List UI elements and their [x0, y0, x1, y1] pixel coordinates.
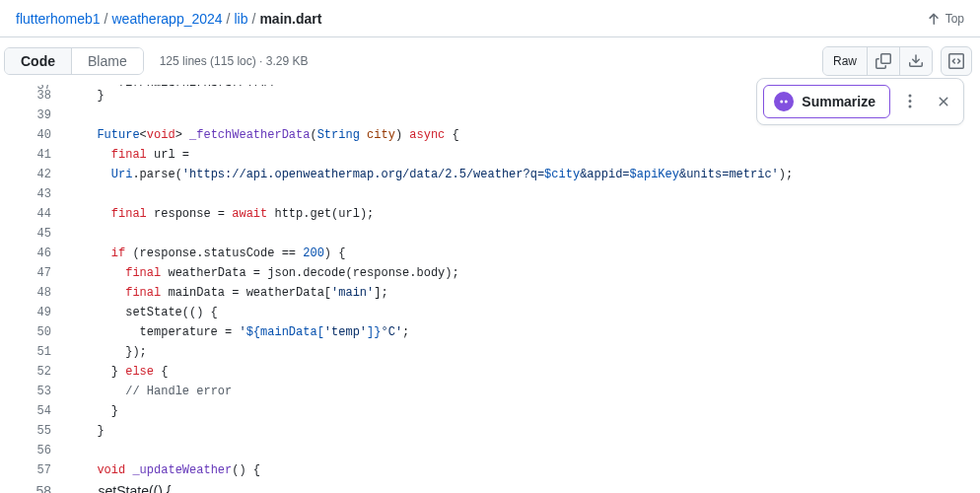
line-number[interactable]: 45	[0, 224, 67, 244]
code-blame-segment: Code Blame	[4, 47, 144, 75]
line-number[interactable]: 40	[0, 125, 67, 145]
line-number[interactable]: 52	[0, 362, 67, 382]
line-number[interactable]: 46	[0, 244, 67, 263]
code-line[interactable]: // Handle error	[67, 382, 232, 401]
line-number[interactable]: 42	[0, 165, 67, 184]
summarize-label: Summarize	[802, 94, 875, 109]
copy-icon	[875, 53, 891, 69]
kebab-icon	[902, 94, 918, 109]
code-tab[interactable]: Code	[5, 48, 71, 74]
breadcrumb: flutterhomeb1 / weatherapp_2024 / lib / …	[16, 11, 321, 27]
line-number[interactable]: 41	[0, 145, 67, 165]
arrow-up-icon	[926, 11, 942, 27]
scroll-top-link[interactable]: Top	[926, 11, 964, 27]
code-line[interactable]: });	[67, 342, 147, 362]
symbols-panel-button[interactable]	[941, 46, 972, 76]
breadcrumb-repo[interactable]: weatherapp_2024	[112, 11, 223, 27]
copilot-icon	[774, 92, 794, 111]
line-number[interactable]: 55	[0, 421, 67, 441]
line-number[interactable]: 54	[0, 401, 67, 421]
line-number[interactable]: 43	[0, 184, 67, 204]
breadcrumb-folder[interactable]: lib	[235, 11, 248, 27]
code-row: 50 temperature = '${mainData['temp']}°C'…	[0, 322, 980, 342]
close-summarize-button[interactable]	[930, 88, 957, 115]
code-line[interactable]: Uri.parse('https://api.openweathermap.or…	[67, 165, 793, 184]
breadcrumb-file: main.dart	[259, 11, 321, 27]
code-line[interactable]: if (response.statusCode == 200) {	[67, 244, 345, 263]
code-line[interactable]: }	[67, 421, 105, 441]
code-row: 45	[0, 224, 980, 244]
code-line[interactable]	[67, 184, 83, 204]
line-number[interactable]: 48	[0, 283, 67, 303]
code-line[interactable]: Future<void> _fetchWeatherData(String ci…	[67, 125, 459, 145]
code-row: 56	[0, 441, 980, 460]
code-row: 55 }	[0, 421, 980, 441]
line-number[interactable]: 50	[0, 322, 67, 342]
download-icon	[908, 53, 924, 69]
breadcrumb-separator: /	[105, 11, 108, 27]
code-line[interactable]: final url =	[67, 145, 189, 165]
breadcrumb-separator: /	[252, 11, 256, 27]
download-button[interactable]	[899, 47, 932, 75]
blame-tab[interactable]: Blame	[71, 48, 143, 74]
svg-point-0	[781, 101, 784, 104]
more-options-button[interactable]	[896, 88, 924, 115]
code-view[interactable]: 37 _fetchWeatherData(city); 38 }3940 Fut…	[0, 85, 980, 480]
code-line[interactable]: void _updateWeather() {	[67, 460, 260, 480]
code-line[interactable]	[67, 224, 83, 244]
code-row: 48 final mainData = weatherData['main'];	[0, 283, 980, 303]
code-line[interactable]: final response = await http.get(url);	[67, 204, 374, 224]
line-number[interactable]: 38	[0, 86, 67, 106]
copy-button[interactable]	[868, 47, 899, 75]
code-row: 40 Future<void> _fetchWeatherData(String…	[0, 125, 980, 145]
line-number[interactable]: 49	[0, 303, 67, 322]
breadcrumb-bar: flutterhomeb1 / weatherapp_2024 / lib / …	[0, 0, 980, 37]
code-line[interactable]: setState(() {	[67, 303, 218, 322]
code-line[interactable]	[67, 106, 83, 125]
close-icon	[936, 94, 951, 109]
code-row: 57 void _updateWeather() {	[0, 460, 980, 480]
code-row: 51 });	[0, 342, 980, 362]
line-number[interactable]: 57	[0, 460, 67, 480]
code-line[interactable]: }	[67, 401, 118, 421]
code-bottom-truncate: 58 setState(() {	[0, 483, 980, 493]
svg-point-1	[785, 101, 788, 104]
code-line: _fetchWeatherData(city);	[67, 85, 282, 86]
breadcrumb-root[interactable]: flutterhomeb1	[16, 11, 101, 27]
symbols-icon	[948, 53, 964, 69]
code-line[interactable]: temperature = '${mainData['temp']}°C';	[67, 322, 409, 342]
code-line[interactable]: } else {	[67, 362, 168, 382]
code-line: setState(() {	[67, 483, 171, 493]
code-line[interactable]: final weatherData = json.decode(response…	[67, 263, 459, 283]
code-row: 44 final response = await http.get(url);	[0, 204, 980, 224]
raw-button[interactable]: Raw	[823, 47, 868, 75]
breadcrumb-separator: /	[227, 11, 231, 27]
line-number[interactable]: 39	[0, 106, 67, 125]
toolbar-left: Code Blame 125 lines (115 loc) · 3.29 KB	[4, 47, 308, 75]
code-row: 54 }	[0, 401, 980, 421]
toolbar-right: Raw	[822, 46, 972, 76]
line-number[interactable]: 51	[0, 342, 67, 362]
code-row: 43	[0, 184, 980, 204]
code-row: 41 final url =	[0, 145, 980, 165]
summarize-button[interactable]: Summarize	[763, 85, 890, 118]
code-row: 46 if (response.statusCode == 200) {	[0, 244, 980, 263]
file-actions-group: Raw	[822, 46, 933, 76]
line-number[interactable]: 56	[0, 441, 67, 460]
code-line[interactable]: }	[67, 86, 105, 106]
scroll-top-label: Top	[945, 12, 964, 26]
code-row: 42 Uri.parse('https://api.openweathermap…	[0, 165, 980, 184]
line-number[interactable]: 44	[0, 204, 67, 224]
file-meta: 125 lines (115 loc) · 3.29 KB	[160, 54, 309, 68]
line-number[interactable]: 47	[0, 263, 67, 283]
summarize-panel: Summarize	[756, 78, 964, 125]
code-row: 49 setState(() {	[0, 303, 980, 322]
code-row: 52 } else {	[0, 362, 980, 382]
code-row: 53 // Handle error	[0, 382, 980, 401]
code-line[interactable]	[67, 441, 83, 460]
line-number[interactable]: 58	[0, 483, 67, 493]
line-number[interactable]: 53	[0, 382, 67, 401]
code-line[interactable]: final mainData = weatherData['main'];	[67, 283, 388, 303]
code-row: 47 final weatherData = json.decode(respo…	[0, 263, 980, 283]
